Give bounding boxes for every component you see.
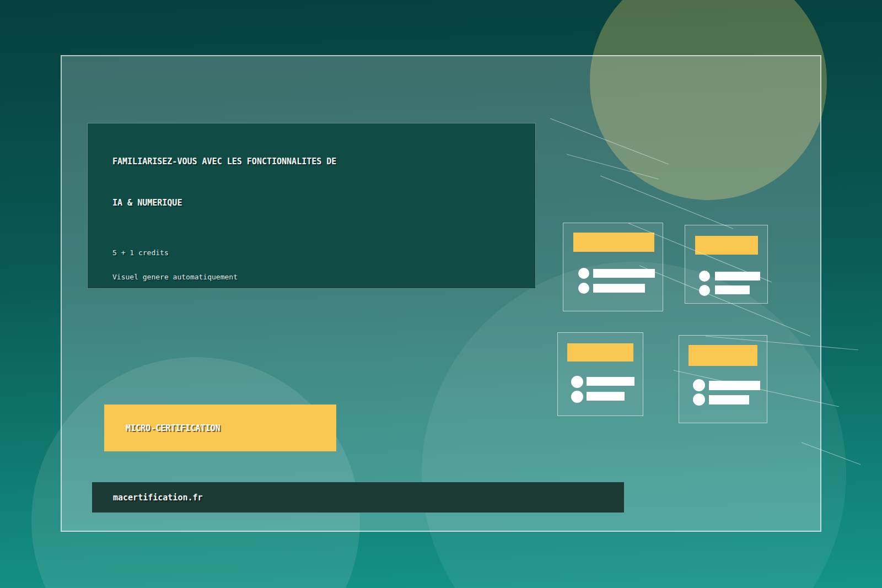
bullet-line	[709, 381, 760, 390]
bullet-dot	[578, 268, 589, 279]
bullet-dot	[693, 379, 705, 391]
bullet-dot	[571, 391, 583, 403]
bullet-dot	[571, 376, 583, 388]
card-header-bar	[689, 345, 757, 366]
cta-label: MICRO-CERTIFICATION	[126, 423, 220, 433]
headline-panel: FAMILIARISEZ-VOUS AVEC LES FONCTIONNALIT…	[87, 123, 536, 289]
bullet-dot	[699, 271, 710, 282]
bullet-dot	[693, 393, 705, 406]
bullet-line	[587, 377, 634, 386]
bullet-line	[709, 395, 749, 404]
auto-generated-note: Visuel genere automatiquement	[112, 272, 238, 282]
bullet-line	[715, 285, 750, 294]
bullet-line	[593, 284, 645, 293]
bullet-line	[715, 272, 760, 280]
skeleton-card	[557, 332, 643, 416]
headline-line1: FAMILIARISEZ-VOUS AVEC LES FONCTIONNALIT…	[112, 156, 336, 167]
website-bar: macertification.fr	[92, 482, 624, 513]
website-link[interactable]: macertification.fr	[113, 493, 203, 503]
bullet-dot	[699, 285, 710, 296]
credits-text: 5 + 1 credits	[112, 248, 169, 258]
card-header-bar	[567, 343, 633, 362]
skeleton-card	[685, 225, 768, 304]
skeleton-card	[679, 335, 767, 423]
bullet-line	[593, 269, 655, 278]
generated-visual: FAMILIARISEZ-VOUS AVEC LES FONCTIONNALIT…	[0, 0, 882, 588]
card-header-bar	[695, 236, 758, 255]
headline-line2: IA & NUMERIQUE	[112, 197, 182, 208]
bullet-dot	[578, 283, 589, 294]
bullet-line	[587, 392, 625, 401]
cta-button[interactable]: MICRO-CERTIFICATION	[104, 404, 336, 451]
card-header-bar	[573, 233, 654, 252]
skeleton-card	[563, 223, 663, 311]
